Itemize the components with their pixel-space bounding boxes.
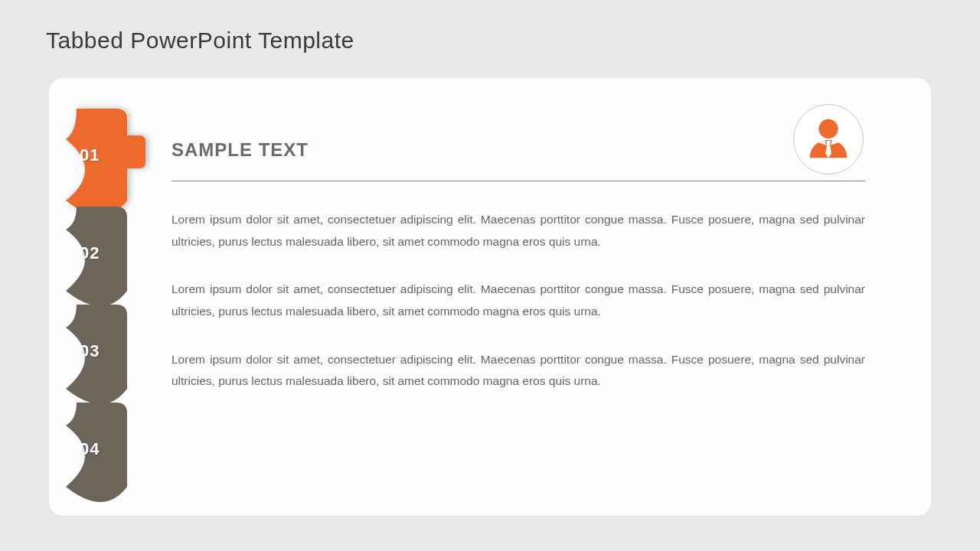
tab-03[interactable]: 03 (66, 305, 136, 396)
paragraph: Lorem ipsum dolor sit amet, consectetuer… (172, 349, 865, 393)
tab-strip: 01 02 03 04 (66, 109, 136, 500)
content-area: SAMPLE TEXT Lorem ipsum dolor sit amet, … (172, 139, 864, 419)
content-card: 01 02 03 04 (49, 78, 931, 516)
tab-number: 01 (80, 145, 100, 165)
paragraph: Lorem ipsum dolor sit amet, consectetuer… (172, 209, 865, 253)
tab-01[interactable]: 01 (66, 109, 136, 201)
paragraph-group: Lorem ipsum dolor sit amet, consectetuer… (172, 209, 865, 393)
tab-number: 04 (80, 439, 100, 459)
paragraph: Lorem ipsum dolor sit amet, consectetuer… (172, 279, 865, 322)
tab-04[interactable]: 04 (66, 403, 136, 494)
svg-point-0 (818, 119, 838, 139)
tab-number: 02 (80, 243, 100, 263)
content-heading: SAMPLE TEXT (172, 139, 864, 161)
divider (172, 181, 865, 181)
slide-title: Tabbed PowerPoint Template (46, 28, 354, 54)
tab-02[interactable]: 02 (66, 207, 136, 298)
tab-number: 03 (80, 341, 100, 361)
